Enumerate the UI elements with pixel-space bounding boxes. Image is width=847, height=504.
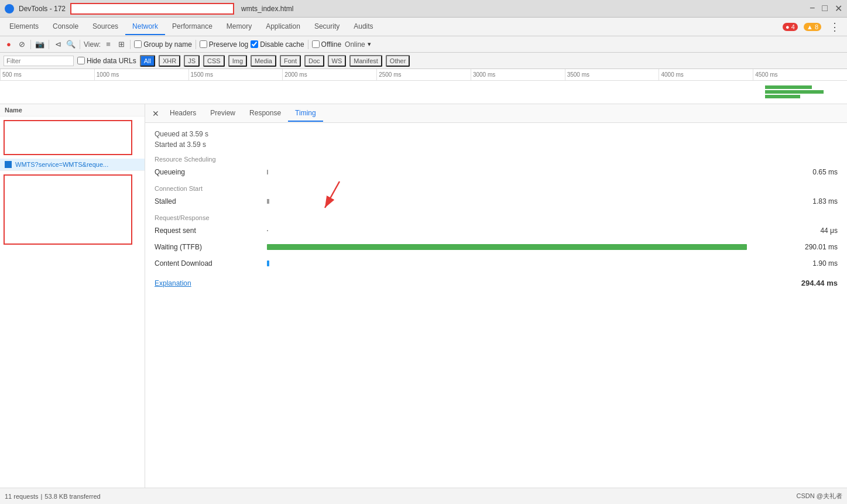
request-sent-time: 44 μs — [791, 227, 838, 235]
disable-cache-label: Disable cache — [260, 40, 304, 49]
download-label: Content Download — [155, 259, 260, 268]
download-time: 1.90 ms — [791, 259, 838, 268]
section-connection-start: Connection Start — [155, 185, 838, 192]
timing-row-stalled: Stalled 1.83 ms — [155, 196, 838, 207]
timeline-bar-group — [765, 85, 824, 98]
error-badge: ● 4 — [783, 23, 798, 31]
hide-data-urls-checkbox[interactable]: Hide data URLs — [77, 57, 136, 65]
timing-row-download: Content Download 1.90 ms — [155, 258, 838, 269]
stalled-bar-area — [265, 197, 786, 205]
request-placeholder-1 — [4, 120, 132, 155]
tab-response[interactable]: Response — [242, 105, 288, 122]
filter-all-button[interactable]: All — [140, 55, 155, 67]
tick-4500: 4500 ms — [753, 69, 847, 80]
filter-doc-button[interactable]: Doc — [304, 55, 324, 67]
filter-xhr-button[interactable]: XHR — [159, 55, 180, 67]
tab-sources[interactable]: Sources — [85, 19, 125, 35]
tab-memory[interactable]: Memory — [220, 19, 259, 35]
stop-recording-button[interactable]: ⊘ — [16, 39, 27, 50]
window-controls: − □ ✕ — [810, 3, 842, 14]
url-input[interactable] — [70, 3, 234, 15]
timing-row-queueing: Queueing 0.65 ms — [155, 166, 838, 178]
section-resource-scheduling: Resource Scheduling — [155, 156, 838, 163]
stalled-bar — [267, 199, 269, 204]
tick-3500: 3500 ms — [565, 69, 659, 80]
search-button[interactable]: 🔍 — [66, 39, 76, 50]
tab-bar: Elements Console Sources Network Perform… — [0, 18, 847, 36]
stalled-time: 1.83 ms — [791, 197, 838, 205]
waiting-time: 290.01 ms — [791, 243, 838, 251]
tab-security[interactable]: Security — [307, 19, 347, 35]
timing-content: Queued at 3.59 s Started at 3.59 s Resou… — [145, 123, 847, 294]
view-label: View: — [84, 40, 101, 49]
filter-font-button[interactable]: Font — [280, 55, 301, 67]
minimize-button[interactable]: − — [810, 3, 815, 14]
preserve-log-checkbox[interactable]: Preserve log — [200, 40, 248, 49]
waiting-bar-area — [265, 243, 786, 251]
more-tabs-button[interactable]: ⋮ — [825, 20, 845, 33]
camera-button[interactable]: 📷 — [35, 39, 45, 50]
group-by-name-label: Group by name — [143, 40, 192, 49]
timing-info: Queued at 3.59 s Started at 3.59 s — [155, 130, 838, 149]
item-icon — [5, 161, 12, 168]
explanation-link[interactable]: Explanation — [155, 279, 191, 287]
started-at: Started at 3.59 s — [155, 140, 838, 149]
preserve-log-label: Preserve log — [209, 40, 248, 49]
timeline-area: 500 ms 1000 ms 1500 ms 2000 ms 2500 ms 3… — [0, 69, 847, 104]
devtools-logo — [5, 4, 14, 13]
group-by-name-checkbox[interactable]: Group by name — [134, 40, 192, 49]
record-button[interactable]: ● — [4, 39, 14, 50]
tick-500: 500 ms — [0, 69, 94, 80]
request-count: 11 requests — [5, 493, 38, 500]
filter-ws-button[interactable]: WS — [328, 55, 347, 67]
filter-input[interactable] — [4, 56, 74, 66]
tab-network[interactable]: Network — [125, 19, 165, 35]
separator-6 — [308, 40, 308, 49]
request-item-wmts[interactable]: WMTS?service=WMTS&reque... — [0, 159, 145, 171]
maximize-button[interactable]: □ — [822, 3, 828, 14]
view-list-button[interactable]: ≡ — [103, 39, 114, 50]
request-sent-bar — [267, 230, 268, 231]
tick-3000: 3000 ms — [471, 69, 565, 80]
online-dropdown-icon[interactable]: ▾ — [368, 40, 371, 48]
disable-cache-checkbox[interactable]: Disable cache — [251, 40, 304, 49]
name-column-header: Name — [0, 104, 145, 116]
filter-js-button[interactable]: JS — [184, 55, 200, 67]
item-text: WMTS?service=WMTS&reque... — [15, 161, 108, 168]
tab-headers[interactable]: Headers — [163, 105, 203, 122]
transferred-size: 53.8 KB transferred — [44, 493, 100, 500]
timeline-ruler: 500 ms 1000 ms 1500 ms 2000 ms 2500 ms 3… — [0, 69, 847, 81]
tab-console[interactable]: Console — [46, 19, 85, 35]
queueing-bar-area — [265, 168, 786, 176]
close-detail-button[interactable]: ✕ — [149, 109, 163, 118]
filter-manifest-button[interactable]: Manifest — [349, 55, 382, 67]
tab-timing[interactable]: Timing — [288, 105, 323, 122]
close-button[interactable]: ✕ — [835, 3, 842, 14]
filter-button[interactable]: ⊲ — [53, 39, 63, 50]
tab-audits[interactable]: Audits — [347, 19, 380, 35]
view-tree-button[interactable]: ⊞ — [116, 39, 126, 50]
title-bar: DevTools - 172 wmts_index.html − □ ✕ — [0, 0, 847, 18]
tab-elements[interactable]: Elements — [2, 19, 46, 35]
tab-preview[interactable]: Preview — [203, 105, 242, 122]
filter-other-button[interactable]: Other — [386, 55, 410, 67]
detail-tabs: ✕ Headers Preview Response Timing — [145, 104, 847, 123]
network-toolbar: ● ⊘ 📷 ⊲ 🔍 View: ≡ ⊞ Group by name Preser… — [0, 36, 847, 53]
timing-row-waiting: Waiting (TTFB) 290.01 ms — [155, 241, 838, 253]
tab-application[interactable]: Application — [259, 19, 307, 35]
offline-checkbox[interactable]: Offline — [312, 40, 341, 49]
separator-4 — [130, 40, 131, 49]
filter-css-button[interactable]: CSS — [203, 55, 225, 67]
filter-bar: Hide data URLs All XHR JS CSS Img Media … — [0, 53, 847, 69]
status-bar: 11 requests | 53.8 KB transferred CSDN @… — [0, 488, 847, 504]
filter-media-button[interactable]: Media — [251, 55, 276, 67]
tab-performance[interactable]: Performance — [165, 19, 220, 35]
filter-img-button[interactable]: Img — [228, 55, 247, 67]
tick-2500: 2500 ms — [376, 69, 471, 80]
separator-3 — [80, 40, 80, 49]
waiting-label: Waiting (TTFB) — [155, 243, 260, 251]
separator-5 — [196, 40, 196, 49]
tick-1500: 1500 ms — [188, 69, 283, 80]
timeline-bar-3 — [765, 95, 800, 98]
file-name: wmts_index.html — [241, 5, 293, 13]
